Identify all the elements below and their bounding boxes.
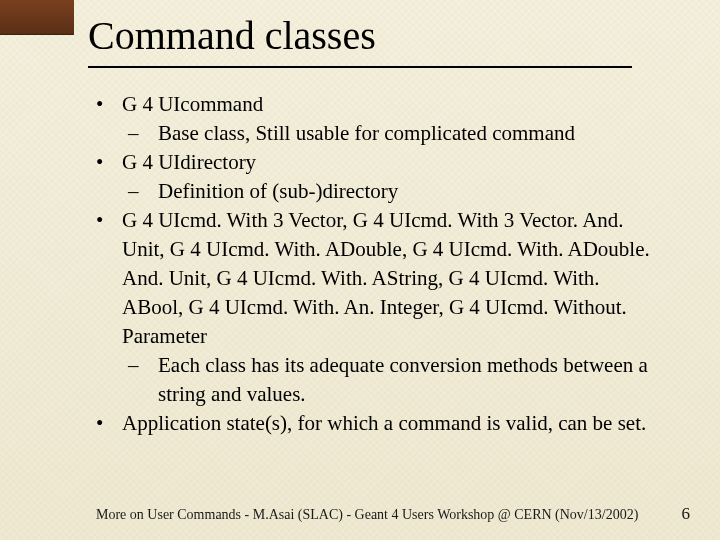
slide: Command classes G 4 UIcommand Base class… — [0, 0, 720, 540]
list-item: G 4 UIdirectory — [96, 148, 660, 177]
bullet-text: Each class has its adequate conversion m… — [158, 353, 648, 406]
bullet-text: G 4 UIcmd. With 3 Vector, G 4 UIcmd. Wit… — [122, 208, 650, 348]
list-item: G 4 UIcmd. With 3 Vector, G 4 UIcmd. Wit… — [96, 206, 660, 351]
slide-title: Command classes — [88, 12, 376, 59]
bullet-text: Definition of (sub-)directory — [158, 179, 398, 203]
list-item: G 4 UIcommand — [96, 90, 660, 119]
list-item: Base class, Still usable for complicated… — [96, 119, 660, 148]
bullet-list: G 4 UIcommand Base class, Still usable f… — [96, 90, 660, 438]
list-item: Definition of (sub-)directory — [96, 177, 660, 206]
slide-content: G 4 UIcommand Base class, Still usable f… — [96, 90, 660, 438]
bullet-text: G 4 UIdirectory — [122, 150, 256, 174]
footer-text: More on User Commands - M.Asai (SLAC) - … — [96, 507, 638, 523]
list-item: Each class has its adequate conversion m… — [96, 351, 660, 409]
list-item: Application state(s), for which a comman… — [96, 409, 660, 438]
page-number: 6 — [682, 504, 691, 524]
bullet-text: Application state(s), for which a comman… — [122, 411, 646, 435]
bullet-text: Base class, Still usable for complicated… — [158, 121, 575, 145]
title-underline — [88, 66, 632, 68]
bullet-text: G 4 UIcommand — [122, 92, 263, 116]
footer: More on User Commands - M.Asai (SLAC) - … — [96, 504, 690, 524]
corner-accent — [0, 0, 74, 35]
